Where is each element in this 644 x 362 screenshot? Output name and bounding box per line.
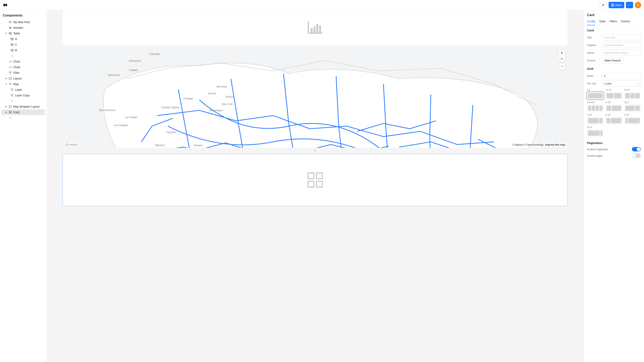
tree-item-my-new-post[interactable]: My New Post (2, 19, 45, 25)
tree-item-chart[interactable]: Chart (2, 59, 45, 64)
save-button[interactable]: Save (608, 2, 624, 8)
svg-rect-31 (9, 106, 12, 108)
tree-item-label: Table (13, 32, 20, 35)
tree-item-c[interactable]: C (2, 42, 45, 47)
chevron-down-icon (636, 83, 638, 84)
tree-item-chart[interactable]: Chart (2, 64, 45, 70)
add-component-button[interactable]: + (62, 148, 568, 154)
layout-option-label: 8-16 (606, 101, 622, 104)
layout-option-6-6-6-6[interactable]: 6-6-6-6 (587, 101, 604, 112)
layout-option-8-16[interactable]: 8-16 (606, 101, 622, 112)
layout-preview[interactable] (606, 117, 622, 124)
tree-item-+[interactable]: + (2, 53, 45, 59)
name-input[interactable] (602, 50, 641, 56)
canvas[interactable]: Canada Edmonton Calgary Vancouver United… (46, 10, 584, 362)
map-svg (62, 47, 568, 148)
tree-item-+[interactable]: + (2, 98, 45, 104)
plus-icon: + (10, 99, 14, 103)
tree-item-card[interactable]: ▶Card (2, 109, 45, 115)
tree-item-b[interactable]: B (2, 47, 45, 53)
layout-preview[interactable] (624, 92, 641, 99)
tree-item-layer[interactable]: Layer (2, 87, 45, 92)
simple-pager-switch[interactable] (632, 153, 641, 158)
text-icon (9, 20, 12, 24)
per-row-label: Per row (587, 82, 602, 85)
improve-map-link[interactable]: Improve this map (545, 143, 565, 146)
card-placeholder-panel[interactable] (62, 154, 568, 206)
layout-option-label: 6-6-6-6 (587, 101, 604, 104)
layout-preview[interactable] (606, 92, 622, 99)
sidebar-title: Components (2, 13, 45, 19)
layout-preview[interactable] (587, 117, 604, 124)
tree-item-map[interactable]: ▼Map (2, 81, 45, 87)
tree-item-number[interactable]: Number (2, 25, 45, 30)
save-label: Save (615, 3, 622, 7)
svg-rect-36 (10, 112, 12, 113)
compass-button[interactable] (559, 64, 565, 70)
caption-input[interactable] (602, 42, 641, 48)
layout-option-label: 20-4 (587, 126, 604, 129)
tree-item-table[interactable]: ▼Table (2, 30, 45, 36)
title-input[interactable] (602, 34, 641, 40)
caption-label: Caption (587, 44, 602, 47)
hash-icon (9, 26, 12, 29)
tree-item-a[interactable]: A (2, 36, 45, 42)
app-logo[interactable] (3, 3, 8, 7)
tree-item-label: Number (13, 26, 23, 29)
play-button[interactable] (600, 2, 607, 8)
tree-item-filter[interactable]: Filter (2, 70, 45, 76)
caret-down-icon: ▼ (5, 32, 7, 34)
layout-option-16-8[interactable]: 16-8 (624, 101, 641, 112)
plus-icon: + (9, 116, 12, 119)
layout-option-4-20[interactable]: 4-20 (624, 113, 641, 124)
zoom-out-button[interactable]: − (559, 56, 565, 62)
tree-item-layer-copy[interactable]: Layer Copy (2, 92, 45, 98)
layout-option-12-12[interactable]: 12-12 (606, 88, 622, 99)
properties-panel: Card Config Style Filters Events Card Ti… (584, 10, 644, 362)
tree-item-map-wrapper-layout[interactable]: ▶Map Wrapper Layout (2, 104, 45, 109)
zoom-in-button[interactable]: + (559, 50, 565, 56)
enable-pagination-switch[interactable] (632, 147, 641, 151)
properties-title: Card (587, 13, 641, 17)
layout-option-18-6[interactable]: 18-6 (587, 113, 604, 124)
caret-right-icon: ▶ (5, 111, 7, 113)
svg-rect-33 (9, 111, 10, 112)
svg-rect-0 (612, 4, 614, 6)
tab-filters[interactable]: Filters (610, 20, 617, 25)
mapbox-logo[interactable]: mapbox (64, 143, 79, 147)
more-button[interactable] (626, 2, 633, 8)
card-section-title: Card (587, 28, 641, 32)
layout-option-8-8-8[interactable]: 8-8-8 (624, 88, 641, 99)
tree-item-label: My New Post (13, 20, 30, 24)
map-icon (9, 82, 12, 86)
map-panel[interactable]: Canada Edmonton Calgary Vancouver United… (62, 47, 568, 148)
avatar[interactable]: D (635, 2, 641, 8)
tree-item-label: Filter (13, 71, 20, 74)
svg-rect-9 (9, 32, 12, 34)
layout-preview[interactable] (587, 105, 604, 112)
svg-rect-35 (9, 112, 10, 113)
svg-rect-38 (314, 26, 315, 33)
layout-preview[interactable] (624, 105, 641, 112)
rows-input[interactable] (602, 73, 641, 79)
tab-events[interactable]: Events (621, 20, 630, 25)
layout-option-20-4[interactable]: 20-4 (587, 126, 604, 137)
chart-placeholder-panel[interactable] (62, 10, 568, 45)
tree-item-layout[interactable]: ▶Layout (2, 76, 45, 81)
component-tree: My New PostNumber▼TableACB+ChartChartFil… (2, 19, 45, 121)
mapbox-logo-icon (66, 143, 68, 146)
layout-preview[interactable] (624, 117, 641, 124)
per-row-select[interactable]: 1 card (602, 80, 641, 86)
layout-option-24[interactable]: 24 (587, 88, 604, 99)
tab-config[interactable]: Config (587, 20, 595, 25)
layout-option-6-18[interactable]: 6-18 (606, 113, 622, 124)
chart-icon (9, 60, 12, 63)
layout-preview[interactable] (606, 105, 622, 112)
layout-option-label: 12-12 (606, 88, 622, 91)
layout-preview[interactable] (587, 129, 604, 137)
tab-style[interactable]: Style (599, 20, 605, 25)
table-icon (9, 32, 12, 35)
tree-item-+[interactable]: + (2, 115, 45, 121)
layout-preview[interactable] (587, 92, 604, 99)
select-source-button[interactable]: Select Source (602, 57, 623, 63)
